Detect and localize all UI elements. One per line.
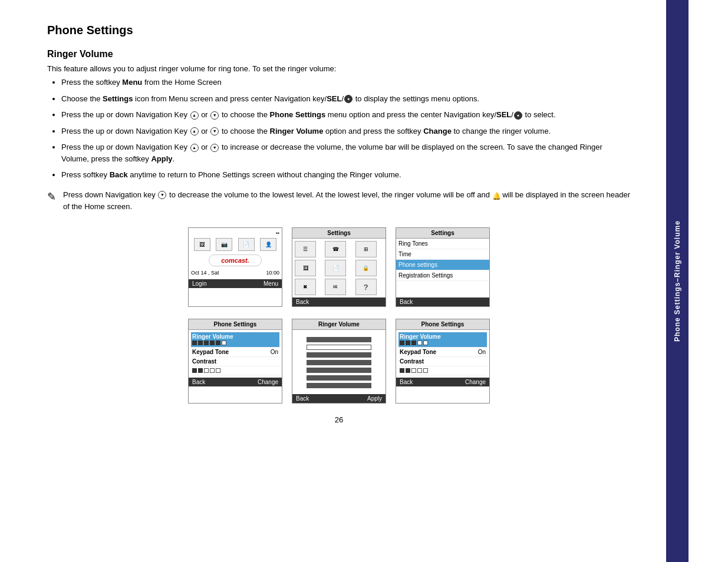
rv-bar-1 <box>307 337 371 342</box>
ps2-keypad-tone: Keypad Tone On <box>398 348 487 357</box>
instruction-6: Press softkey Back anytime to return to … <box>61 169 631 181</box>
rv-bar-7 <box>307 383 371 388</box>
rv-body <box>292 330 386 394</box>
ps2-contrast-dots-row <box>400 368 486 373</box>
instruction-1: Press the softkey Menu from the Home Scr… <box>61 77 631 88</box>
settings-icon-8: ✉ <box>325 279 346 295</box>
dot-3 <box>204 340 209 345</box>
cdot-2 <box>198 368 203 373</box>
time-text: 10:00 <box>266 270 279 276</box>
ps1-footer-back: Back <box>192 379 205 385</box>
cdot-5 <box>216 368 220 373</box>
settings-icons-footer-left: Back <box>296 299 309 305</box>
home-footer-left: Login <box>192 280 206 287</box>
home-screen-footer: Login Menu <box>189 279 282 288</box>
ps2-ringer-label: Ringer Volume <box>400 333 486 340</box>
ps2-cdot-4 <box>417 368 422 373</box>
ps2-header: Phone Settings <box>396 319 489 330</box>
ps2-keypad-label: Keypad Tone <box>400 349 436 355</box>
settings-menu-footer: Back <box>396 297 489 306</box>
rv-footer-back: Back <box>296 395 309 402</box>
settings-menu-footer-left: Back <box>400 299 413 305</box>
home-date: Oct 14 , Sat 10:00 <box>191 270 279 276</box>
ps2-cdot-5 <box>423 368 428 373</box>
settings-icons-grid: ☰ ☎ ⊞ 🖼 📄 🔒 ✖ ✉ ? <box>292 239 386 297</box>
ps2-footer-back: Back <box>400 379 413 385</box>
ps1-contrast: Contrast <box>191 357 279 366</box>
ps1-keypad-label: Keypad Tone <box>192 349 229 355</box>
section-title: Ringer Volume <box>47 49 631 59</box>
settings-menu-header: Settings <box>396 228 489 239</box>
instructions-list: Press the softkey Menu from the Home Scr… <box>61 77 631 181</box>
settings-icon-5: 📄 <box>325 260 346 276</box>
rv-bar-2 <box>307 345 371 350</box>
ps1-contrast-label: Contrast <box>192 358 216 365</box>
note-text: Press down Navigation key ▼ to decrease … <box>63 189 631 214</box>
phone-settings-screen-1: Phone Settings Ringer Volume Keypad Tone <box>188 319 282 404</box>
note-icon: ✎ <box>47 190 56 203</box>
ps2-contrast: Contrast <box>398 357 487 366</box>
settings-icons-screen: Settings ☰ ☎ ⊞ 🖼 📄 🔒 ✖ ✉ ? Back <box>292 227 386 307</box>
rv-footer-apply: Apply <box>367 395 382 402</box>
screens-row-2: Phone Settings Ringer Volume Keypad Tone <box>47 319 631 404</box>
instruction-3: Press the up or down Navigation Key ▲ or… <box>61 109 631 121</box>
menu-item-registration: Registration Settings <box>396 270 489 281</box>
dot-5 <box>216 340 220 345</box>
settings-icon-6: 🔒 <box>355 260 377 276</box>
ps1-ringer-volume: Ringer Volume <box>191 332 279 348</box>
menu-item-phone-settings: Phone settings <box>396 260 489 270</box>
main-content: Phone Settings Ringer Volume This featur… <box>0 0 666 562</box>
instruction-2: Choose the Settings icon from Menu scree… <box>61 93 631 105</box>
home-icon-3: 📄 <box>238 238 255 251</box>
home-icon-4: 👤 <box>260 238 276 251</box>
page-title: Phone Settings <box>47 24 631 37</box>
dot-4 <box>210 340 215 345</box>
instruction-5: Press the up or down Navigation Key ▲ or… <box>61 141 631 164</box>
dot-1 <box>192 340 197 345</box>
settings-icon-1: ☰ <box>295 241 316 257</box>
settings-icon-9: ? <box>355 279 377 295</box>
ps2-cdot-1 <box>400 368 404 373</box>
settings-icons-footer: Back <box>292 297 386 306</box>
settings-icon-7: ✖ <box>295 279 316 295</box>
ps2-contrast-dots <box>398 366 487 375</box>
ps1-footer: Back Change <box>189 378 282 386</box>
cdot-4 <box>210 368 215 373</box>
instruction-4: Press the up or down Navigation Key ▲ or… <box>61 125 631 137</box>
ps1-footer-change: Change <box>258 379 278 385</box>
ps1-ringer-label: Ringer Volume <box>192 333 278 340</box>
ps1-body: Ringer Volume Keypad Tone On Contr <box>189 330 282 378</box>
rv-header: Ringer Volume <box>292 319 386 330</box>
ps1-ringer-dots <box>192 340 278 345</box>
ps1-contrast-dots <box>191 366 279 375</box>
ps2-dot-5 <box>423 340 428 345</box>
signal-icon: ▪▪ <box>276 230 279 236</box>
menu-item-ring-tones: Ring Tones <box>396 239 489 249</box>
ps2-cdot-3 <box>411 368 416 373</box>
menu-item-time: Time <box>396 249 489 260</box>
home-icon-1: 🖼 <box>194 238 210 251</box>
ps2-ringer-dots <box>400 340 486 345</box>
rv-bar-5 <box>307 368 371 373</box>
date-text: Oct 14 , Sat <box>191 270 219 276</box>
rv-bar-6 <box>307 375 371 381</box>
ps2-dot-4 <box>417 340 422 345</box>
ps2-dot-3 <box>411 340 416 345</box>
ps2-dot-2 <box>406 340 410 345</box>
ps2-footer-change: Change <box>465 379 486 385</box>
ps1-keypad-tone: Keypad Tone On <box>191 348 279 357</box>
home-screen: ▪▪ 🖼 📷 📄 👤 comcast. Oct 14 , Sat 10:00 L… <box>188 227 282 307</box>
settings-icons-header: Settings <box>292 228 386 239</box>
settings-icon-3: ⊞ <box>355 241 377 257</box>
ringer-volume-screen: Ringer Volume Back Apply <box>292 319 386 404</box>
rv-bar-4 <box>307 360 371 365</box>
ps1-keypad-val: On <box>271 349 278 355</box>
ps2-contrast-label: Contrast <box>400 358 424 365</box>
rv-bars <box>307 337 371 391</box>
dot-6 <box>222 340 226 345</box>
screens-row-1: ▪▪ 🖼 📷 📄 👤 comcast. Oct 14 , Sat 10:00 L… <box>47 227 631 307</box>
ps2-body: Ringer Volume Keypad Tone On Contrast <box>396 330 489 378</box>
rv-footer: Back Apply <box>292 394 386 403</box>
home-icon-2: 📷 <box>216 238 232 251</box>
dot-2 <box>198 340 203 345</box>
